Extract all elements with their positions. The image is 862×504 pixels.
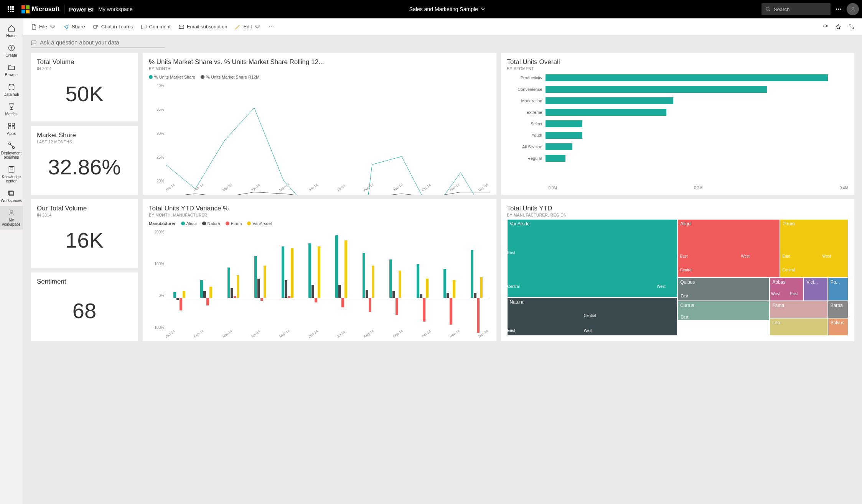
svg-point-20: [269, 26, 270, 27]
chart-market-share-line[interactable]: % Units Market Share vs. % Units Market …: [143, 53, 496, 195]
svg-point-4: [852, 7, 854, 9]
treemap-cell[interactable]: Barba: [828, 301, 848, 318]
svg-point-3: [840, 9, 841, 10]
kpi-sentiment[interactable]: Sentiment 68: [31, 273, 138, 341]
svg-point-1: [836, 9, 837, 10]
treemap-cell[interactable]: Fama: [770, 301, 827, 318]
chevron-down-icon: [481, 7, 485, 11]
nav-metrics[interactable]: Metrics: [0, 100, 23, 119]
treemap-cell[interactable]: QuibusEast: [677, 277, 770, 301]
svg-point-16: [10, 210, 13, 213]
user-avatar[interactable]: [847, 3, 859, 15]
file-menu[interactable]: File: [31, 24, 56, 30]
ellipsis-icon: [268, 24, 274, 30]
treemap-cell[interactable]: NaturaEastCentralWest: [507, 297, 678, 336]
svg-rect-7: [8, 123, 11, 126]
nav-workspaces[interactable]: Workspaces: [0, 186, 23, 206]
treemap-cell[interactable]: AbbasWestEast: [770, 277, 804, 301]
left-nav: HomeCreateBrowseData hubMetricsAppsDeplo…: [0, 18, 23, 504]
kpi-market-share[interactable]: Market Share LAST 12 MONTHS 32.86%: [31, 126, 138, 195]
chevron-down-icon: [254, 24, 260, 30]
microsoft-logo: Microsoft: [21, 5, 59, 13]
svg-point-0: [766, 7, 769, 10]
svg-rect-9: [8, 127, 11, 129]
svg-rect-10: [12, 127, 14, 129]
svg-point-22: [272, 26, 273, 27]
search-icon: [765, 7, 771, 12]
more-actions[interactable]: [268, 24, 274, 30]
nav-pipelines[interactable]: Deployment pipelines: [0, 139, 23, 163]
action-toolbar: File Share Chat in Teams Comment Email s…: [23, 18, 862, 35]
mail-icon: [178, 24, 185, 30]
chart-treemap[interactable]: Total Units YTD BY MANUFACTURER, REGION …: [501, 199, 855, 341]
comment-button[interactable]: Comment: [141, 24, 171, 30]
app-launcher[interactable]: [3, 0, 18, 18]
svg-rect-13: [9, 167, 14, 172]
treemap-cell[interactable]: Po...: [828, 277, 848, 301]
chart-units-by-segment[interactable]: Total Units Overall BY SEGMENT Productiv…: [501, 53, 855, 195]
fullscreen-icon[interactable]: [848, 24, 854, 30]
file-icon: [31, 24, 37, 30]
chevron-down-icon: [49, 24, 56, 30]
svg-rect-17: [94, 25, 97, 28]
nav-myws[interactable]: My workspace: [0, 206, 23, 230]
email-subscription-button[interactable]: Email subscription: [178, 24, 227, 30]
search-input[interactable]: Search: [761, 3, 831, 15]
treemap-cell[interactable]: CurrusEastWest: [677, 301, 770, 321]
svg-point-2: [838, 9, 839, 10]
report-title-dropdown[interactable]: Sales and Marketing Sample: [409, 6, 485, 12]
chart-ytd-variance[interactable]: Total Units YTD Variance % BY MONTH, MAN…: [143, 199, 496, 341]
nav-home[interactable]: Home: [0, 21, 23, 41]
nav-apps[interactable]: Apps: [0, 119, 23, 139]
svg-point-6: [9, 84, 14, 86]
more-icon[interactable]: [835, 6, 842, 13]
workspace-crumb[interactable]: My workspace: [98, 6, 132, 12]
treemap-cell[interactable]: Leo: [770, 318, 827, 336]
share-button[interactable]: Share: [63, 24, 85, 30]
comment-icon: [141, 24, 147, 30]
treemap-cell[interactable]: Salvus: [828, 318, 848, 336]
share-icon: [63, 24, 69, 30]
pencil-icon: [235, 24, 241, 30]
treemap-cell[interactable]: PirumEastWestCentral: [780, 219, 848, 277]
kpi-total-volume[interactable]: Total Volume IN 2014 50K: [31, 53, 138, 121]
star-icon[interactable]: [835, 24, 841, 30]
treemap-cell[interactable]: AliquiEastWestCentral: [677, 219, 780, 277]
kpi-our-volume[interactable]: Our Total Volume IN 2014 16K: [31, 199, 138, 268]
treemap-cell[interactable]: VanArsdelEastCentralWest: [507, 219, 678, 297]
nav-create[interactable]: Create: [0, 41, 23, 61]
product-name: Power BI: [69, 6, 94, 13]
nav-datahub[interactable]: Data hub: [0, 80, 23, 100]
comment-icon: [31, 39, 37, 46]
svg-point-18: [97, 25, 98, 27]
edit-menu[interactable]: Edit: [235, 24, 260, 30]
refresh-icon[interactable]: [822, 24, 828, 30]
svg-point-21: [271, 26, 272, 27]
treemap-cell[interactable]: Vict...: [804, 277, 827, 301]
qa-input[interactable]: Ask a question about your data: [31, 39, 165, 48]
nav-browse[interactable]: Browse: [0, 61, 23, 80]
teams-icon: [93, 24, 99, 30]
chat-teams-button[interactable]: Chat in Teams: [93, 24, 133, 30]
nav-knowledge[interactable]: Knowledge center: [0, 163, 23, 186]
svg-rect-8: [12, 123, 14, 126]
